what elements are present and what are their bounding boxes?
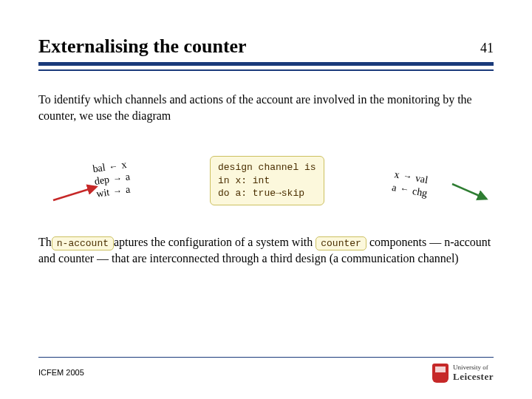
svg-line-1	[452, 184, 486, 199]
map-val: a	[125, 171, 131, 183]
map-key: x	[393, 168, 400, 182]
channel-design-box: design channel is in x: int do a: true→s…	[210, 156, 324, 205]
page-number: 41	[480, 41, 494, 56]
map-val: x	[120, 159, 127, 172]
intro-paragraph: To identify which channels and actions o…	[38, 92, 494, 123]
map-key: wit	[95, 186, 110, 200]
map-val: a	[125, 183, 131, 196]
diagram: bal ← x dep → a wit → a design channel i…	[38, 141, 494, 230]
arrow-right-icon: →	[112, 185, 123, 197]
footer-venue: ICFEM 2005	[38, 368, 84, 377]
title-underline-thick	[38, 62, 494, 66]
arrow-left-icon: ←	[398, 183, 410, 197]
map-key: a	[391, 181, 398, 195]
code-line: design channel is	[218, 161, 316, 174]
svg-line-0	[53, 187, 96, 200]
arrow-right-icon: →	[401, 171, 413, 184]
right-mapping: x → val a ← chg	[391, 168, 431, 200]
code-line: do a: true→skip	[218, 187, 316, 200]
arrow-left-icon: ←	[108, 161, 120, 173]
university-text: University of Leicester	[453, 364, 494, 382]
title-row: Externalising the counter 41	[38, 35, 494, 58]
text-fragment: aptures the configuration of a system wi…	[114, 236, 316, 248]
slide-title: Externalising the counter	[38, 35, 247, 58]
title-underline-thin	[38, 69, 494, 71]
arrow-right-icon: →	[112, 173, 123, 185]
map-val: chg	[412, 185, 429, 200]
text-fragment: Th	[38, 236, 52, 248]
body-paragraph: Thn-accountaptures the configuration of …	[38, 234, 494, 267]
shield-icon	[432, 364, 449, 383]
footer-divider	[38, 357, 494, 358]
n-account-tag: n-account	[52, 236, 114, 251]
counter-tag: counter	[316, 236, 366, 251]
slide: Externalising the counter 41 To identify…	[0, 0, 532, 399]
university-logo: University of Leicester	[432, 364, 494, 383]
code-line: in x: int	[218, 174, 316, 188]
left-mapping: bal ← x dep → a wit → a	[92, 159, 132, 201]
university-line2: Leicester	[453, 372, 494, 382]
